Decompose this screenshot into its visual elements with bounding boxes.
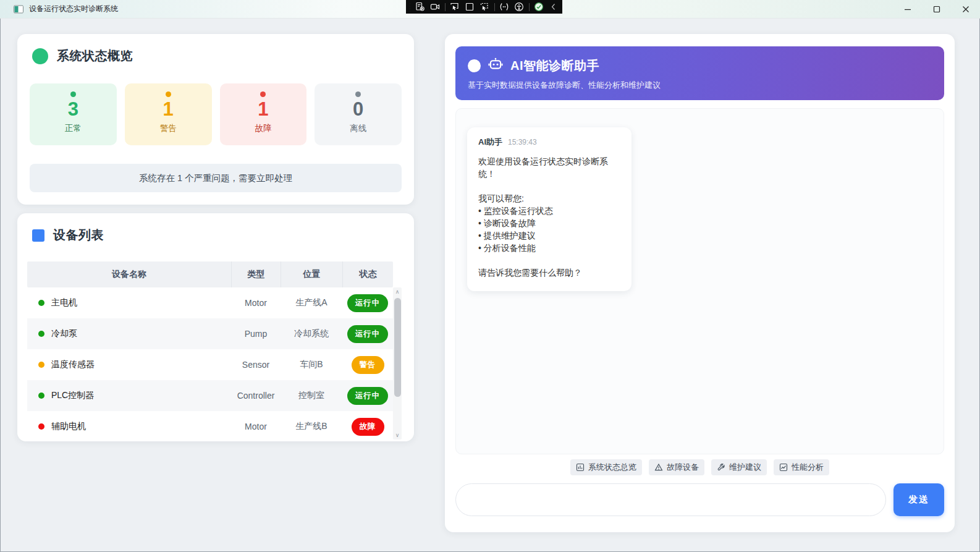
table-row[interactable]: 辅助电机 Motor 生产线B 故障 <box>27 411 393 441</box>
col-type: 类型 <box>231 261 281 287</box>
quick-action-label: 维护建议 <box>729 462 761 473</box>
window-title: 设备运行状态实时诊断系统 <box>29 4 118 14</box>
message-body: 欢迎使用设备运行状态实时诊断系统！ 我可以帮您: • 监控设备运行状态 • 诊断… <box>478 155 620 279</box>
fault-label: 故障 <box>220 123 307 134</box>
accessibility-icon[interactable] <box>514 2 524 12</box>
table-row[interactable]: 主电机 Motor 生产线A 运行中 <box>27 287 393 318</box>
device-list-panel: 设备列表 设备名称 类型 位置 状态 主电机 Motor 生产线A 运行中 冷却… <box>17 213 414 441</box>
scroll-down-icon[interactable]: ∨ <box>395 431 400 439</box>
device-name: 主电机 <box>51 297 77 308</box>
table-scrollbar[interactable]: ∧ ∨ <box>393 287 402 439</box>
drag-handle[interactable] <box>410 2 410 12</box>
normal-dot-icon <box>70 91 76 97</box>
device-name: 温度传感器 <box>51 359 95 370</box>
ai-assistant-panel: AI智能诊断助手 基于实时数据提供设备故障诊断、性能分析和维护建议 AI助手 1… <box>445 34 955 532</box>
line-chart-icon <box>779 463 788 472</box>
warning-dot-icon <box>166 91 171 97</box>
offline-dot-icon <box>355 91 361 97</box>
status-indicator-circle <box>468 59 481 72</box>
table-row[interactable]: 冷却泵 Pump 冷却系统 运行中 <box>27 318 393 349</box>
minimize-button[interactable] <box>893 0 922 19</box>
maximize-button[interactable] <box>922 0 951 19</box>
table-row[interactable]: 温度传感器 Sensor 车间B 警告 <box>27 349 393 380</box>
video-camera-icon[interactable] <box>430 2 440 12</box>
quick-action-label: 系统状态总览 <box>588 462 636 473</box>
list-square-icon <box>32 229 44 242</box>
record-details-icon[interactable] <box>415 2 425 12</box>
quick-action-system-overview[interactable]: 系统状态总览 <box>570 459 642 475</box>
device-type: Motor <box>231 298 281 308</box>
device-status-dot <box>38 362 44 368</box>
status-badge: 故障 <box>352 418 384 436</box>
stat-card-fault[interactable]: 1 故障 <box>220 83 307 145</box>
close-button[interactable] <box>951 0 980 19</box>
device-type: Motor <box>231 422 281 431</box>
stat-card-warning[interactable]: 1 警告 <box>125 83 212 145</box>
app-window: { "window": { "title": "设备运行状态实时诊断系统" },… <box>0 0 980 552</box>
status-stats-row: 3 正常 1 警告 1 故障 0 离线 <box>30 83 402 145</box>
ai-banner: AI智能诊断助手 基于实时数据提供设备故障诊断、性能分析和维护建议 <box>455 46 944 100</box>
maximize-icon <box>933 6 940 13</box>
quick-action-maintenance[interactable]: 维护建议 <box>711 459 767 475</box>
stat-card-normal[interactable]: 3 正常 <box>30 83 117 145</box>
captions-icon[interactable] <box>499 2 509 12</box>
status-badge: 运行中 <box>347 387 389 405</box>
device-status-dot <box>38 393 44 399</box>
freeform-select-icon[interactable] <box>479 2 489 12</box>
device-type: Pump <box>231 329 281 339</box>
status-badge: 警告 <box>352 356 384 374</box>
col-status: 状态 <box>342 261 393 287</box>
device-location: 生产线A <box>281 297 342 308</box>
warning-icon <box>654 463 663 472</box>
normal-count: 3 <box>30 99 117 120</box>
ai-assistant-title: AI智能诊断助手 <box>510 57 599 74</box>
chat-input[interactable] <box>455 483 886 516</box>
robot-icon <box>488 57 503 74</box>
device-location: 生产线B <box>281 421 342 432</box>
device-name: PLC控制器 <box>51 390 94 401</box>
table-row[interactable]: PLC控制器 Controller 控制室 运行中 <box>27 380 393 411</box>
warning-label: 警告 <box>125 123 212 134</box>
collapse-chevron-icon[interactable] <box>549 2 559 12</box>
system-alert-banner: 系统存在 1 个严重问题，需要立即处理 <box>30 164 402 192</box>
ai-message-bubble: AI助手 15:39:43 欢迎使用设备运行状态实时诊断系统！ 我可以帮您: •… <box>467 127 632 291</box>
region-rect-icon[interactable] <box>465 2 475 12</box>
send-button[interactable]: 发送 <box>893 483 944 516</box>
quick-actions-row: 系统状态总览 故障设备 维护建议 性能分析 <box>455 459 944 475</box>
normal-label: 正常 <box>30 123 117 134</box>
quick-action-label: 性能分析 <box>792 462 824 473</box>
message-sender: AI助手 <box>478 137 502 148</box>
system-status-panel: 系统状态概览 3 正常 1 警告 1 故障 0 离线 系统存在 1 个严重问题，… <box>17 34 414 205</box>
confirm-check-icon[interactable] <box>534 2 544 12</box>
fault-count: 1 <box>220 99 307 120</box>
device-status-dot <box>38 423 44 430</box>
chat-input-row: 发送 <box>455 483 944 516</box>
device-table: 设备名称 类型 位置 状态 主电机 Motor 生产线A 运行中 冷却泵 Pum… <box>27 261 393 441</box>
device-location: 车间B <box>281 359 342 370</box>
device-name: 辅助电机 <box>51 421 86 432</box>
wrench-icon <box>717 463 725 472</box>
device-location: 控制室 <box>281 390 342 401</box>
device-location: 冷却系统 <box>281 328 342 339</box>
col-device-name: 设备名称 <box>27 261 231 287</box>
offline-label: 离线 <box>315 123 402 134</box>
scroll-up-icon[interactable]: ∧ <box>395 287 400 296</box>
device-list-title: 设备列表 <box>53 227 104 244</box>
warning-count: 1 <box>125 99 212 120</box>
status-badge: 运行中 <box>347 325 389 343</box>
device-type: Controller <box>231 391 281 401</box>
status-badge: 运行中 <box>347 294 389 312</box>
device-status-dot <box>38 300 44 306</box>
stat-card-offline[interactable]: 0 离线 <box>315 83 402 145</box>
window-select-icon[interactable] <box>450 2 460 12</box>
fault-dot-icon <box>260 91 266 97</box>
quick-action-performance[interactable]: 性能分析 <box>774 459 829 475</box>
device-status-dot <box>38 331 44 337</box>
overview-title: 系统状态概览 <box>57 48 133 64</box>
quick-action-fault-devices[interactable]: 故障设备 <box>649 459 704 475</box>
device-name: 冷却泵 <box>51 328 77 339</box>
scrollbar-thumb[interactable] <box>394 298 401 397</box>
offline-count: 0 <box>315 99 402 120</box>
app-icon <box>14 5 23 14</box>
capture-toolbar <box>406 0 562 14</box>
